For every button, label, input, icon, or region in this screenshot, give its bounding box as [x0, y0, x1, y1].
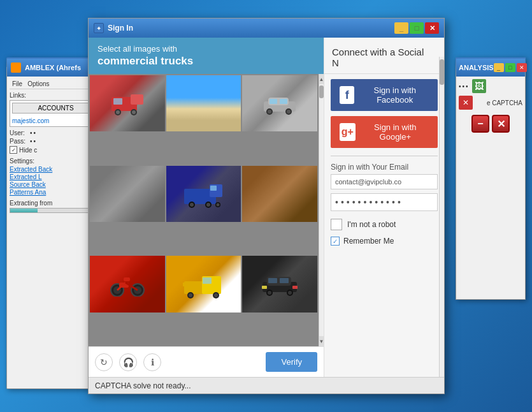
captcha-cell-4[interactable] [90, 166, 165, 255]
x-action-button[interactable]: ✕ [492, 115, 510, 133]
svg-rect-48 [262, 286, 267, 289]
captcha-instruction-small: Select all images with [97, 44, 315, 54]
analysis-window-controls: _ □ ✕ [494, 63, 527, 72]
captcha-refresh-button[interactable]: ↻ [95, 353, 113, 371]
scroll-thumb[interactable] [319, 85, 324, 98]
analysis-icon-row-2: ✕ e CAPTCHA [459, 96, 522, 110]
svg-point-5 [132, 110, 136, 114]
amblex-title: AMBLEX (Ahrefs [25, 64, 81, 71]
analysis-window: ANALYSIS _ □ ✕ ••• 🖼 ✕ e CAPTCHA − ✕ [456, 57, 526, 300]
captcha-grid[interactable] [89, 74, 319, 346]
captcha-label: e CAPTCHA [487, 99, 522, 107]
signin-minimize-button[interactable]: _ [394, 22, 408, 34]
captcha-grid-wrapper: ▲ ▼ [89, 74, 324, 346]
captcha-cell-1[interactable] [90, 75, 165, 165]
password-input[interactable] [331, 193, 438, 211]
signin-title: Sign In [108, 24, 394, 33]
svg-rect-39 [183, 283, 187, 286]
captcha-audio-button[interactable]: 🎧 [119, 353, 137, 371]
amblex-menu-file[interactable]: File [12, 80, 22, 87]
captcha-cell-5[interactable] [166, 166, 241, 255]
svg-point-38 [214, 293, 218, 297]
captcha-scrollbar[interactable]: ▲ ▼ [319, 74, 324, 346]
facebook-btn-label: Sign in with Facebook [361, 85, 429, 105]
robot-label: I'm not a robot [347, 220, 396, 229]
signin-maximize-button[interactable]: □ [410, 22, 424, 34]
svg-point-47 [288, 291, 292, 295]
svg-rect-6 [113, 98, 122, 105]
email-section-label: Sign in with Your Email [331, 163, 438, 172]
captcha-cell-6[interactable] [242, 166, 317, 255]
amblex-icon [11, 63, 21, 73]
captcha-instruction-large: commercial trucks [97, 55, 315, 68]
svg-rect-31 [124, 277, 130, 281]
panel-scroll-thumb[interactable] [440, 59, 444, 85]
svg-rect-17 [210, 186, 217, 191]
signin-window-controls: _ □ ✕ [394, 22, 439, 34]
google-btn-label: Sign in with Google+ [362, 122, 429, 142]
captcha-cell-2[interactable] [166, 75, 241, 165]
minus-action-button[interactable]: − [471, 115, 489, 133]
svg-rect-9 [270, 99, 277, 104]
signin-body: Select all images with commercial trucks [89, 38, 444, 377]
user-value: •• [30, 129, 37, 136]
captcha-cell-3[interactable] [242, 75, 317, 165]
svg-point-14 [287, 110, 291, 114]
social-header: Connect with a Social N [324, 38, 444, 74]
svg-rect-34 [203, 277, 212, 284]
robot-checkbox[interactable] [331, 219, 342, 230]
social-header-line1: Connect with a Social [332, 47, 436, 57]
captcha-verify-button[interactable]: Verify [266, 352, 317, 372]
signin-title-bar: ✦ Sign In _ □ ✕ [89, 18, 444, 38]
scroll-up-arrow[interactable]: ▲ [319, 74, 324, 84]
analysis-dots: ••• [459, 83, 470, 90]
svg-point-36 [189, 293, 192, 297]
email-section: Sign in with Your Email [324, 159, 444, 215]
google-plus-icon: g+ [340, 123, 356, 141]
svg-rect-42 [268, 278, 277, 283]
captcha-header: Select all images with commercial trucks [89, 38, 324, 74]
analysis-close-button[interactable]: ✕ [517, 63, 527, 72]
progress-bar [10, 209, 38, 212]
desktop: AMBLEX (Ahrefs File Options Links: ACCOU… [0, 0, 532, 412]
analysis-maximize-button[interactable]: □ [505, 63, 515, 72]
pass-value: •• [30, 138, 37, 145]
svg-rect-49 [292, 286, 298, 289]
svg-rect-43 [280, 278, 289, 283]
social-panel: Connect with a Social N f Sign in with F… [324, 38, 444, 377]
signin-window-icon: ✦ [94, 23, 104, 33]
svg-point-19 [190, 203, 194, 207]
svg-point-12 [268, 110, 271, 114]
analysis-icon-row-1: ••• 🖼 [459, 79, 522, 93]
pass-label: Pass: [10, 138, 30, 145]
remember-row: ✓ Remember Me [324, 234, 444, 248]
signin-close-button[interactable]: ✕ [425, 22, 439, 34]
scroll-down-arrow[interactable]: ▼ [319, 336, 324, 346]
amblex-menu-options[interactable]: Options [27, 80, 49, 87]
google-signin-button[interactable]: g+ Sign in with Google+ [331, 116, 438, 148]
remember-checkbox[interactable]: ✓ [331, 237, 340, 246]
captcha-cell-7[interactable] [90, 256, 165, 345]
divider [331, 156, 438, 156]
email-input[interactable] [331, 174, 438, 189]
svg-rect-1 [131, 94, 143, 105]
social-header-line2: N [332, 57, 436, 68]
analysis-content: ••• 🖼 ✕ e CAPTCHA − ✕ [456, 77, 525, 135]
hide-checkbox[interactable]: ✓ [10, 146, 17, 154]
captcha-bottom: ↻ 🎧 ℹ Verify [89, 346, 324, 377]
site-link[interactable]: majestic.com [12, 117, 99, 124]
svg-point-3 [116, 110, 120, 114]
svg-point-45 [268, 291, 271, 295]
captcha-info-button[interactable]: ℹ [143, 353, 161, 371]
captcha-cell-9[interactable] [242, 256, 317, 345]
statusbar-text: CAPTCHA solve not ready... [95, 381, 191, 390]
captcha-cell-8[interactable] [166, 256, 241, 345]
accounts-button[interactable]: ACCOUNTS [12, 103, 99, 114]
analysis-title-bar: ANALYSIS _ □ ✕ [456, 59, 525, 77]
panel-scrollbar[interactable] [439, 57, 444, 377]
analysis-minimize-button[interactable]: _ [494, 63, 504, 72]
green-image-icon: 🖼 [472, 79, 486, 93]
remember-label: Remember Me [343, 237, 394, 246]
svg-point-21 [206, 203, 210, 207]
facebook-signin-button[interactable]: f Sign in with Facebook [331, 79, 438, 111]
